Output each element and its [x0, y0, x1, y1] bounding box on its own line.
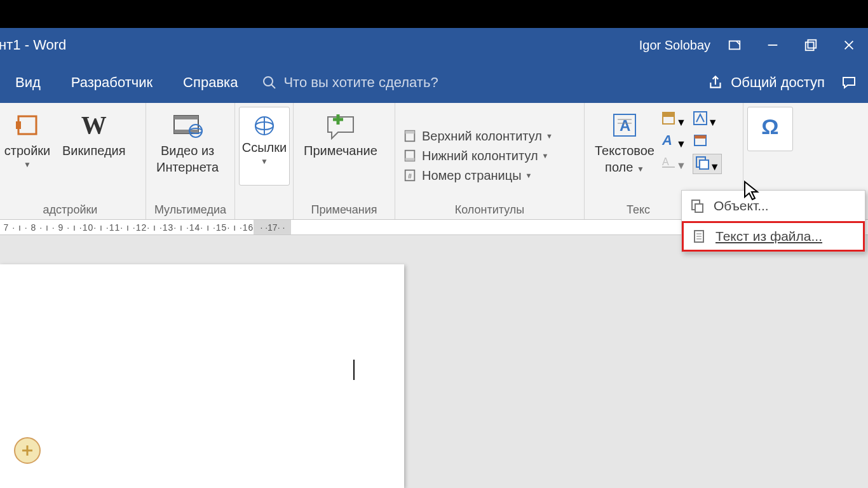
ribbon-display-options-button[interactable]	[715, 28, 754, 62]
document-page[interactable]	[0, 264, 404, 488]
chevron-down-icon: ▼	[546, 132, 553, 140]
svg-rect-41	[695, 204, 703, 212]
mouse-cursor-icon	[743, 180, 761, 202]
signature-line-button[interactable]: A▼	[661, 154, 686, 174]
svg-rect-2	[808, 40, 816, 48]
record-indicator-icon	[14, 437, 41, 464]
symbols-button[interactable]: Ω	[747, 107, 793, 151]
footer-button[interactable]: Нижний колонтитул▼	[399, 147, 553, 165]
header-button[interactable]: Верхний колонтитул▼	[399, 128, 557, 145]
svg-rect-3	[806, 42, 814, 50]
date-time-icon	[693, 132, 708, 147]
new-comment-button[interactable]: Примечание	[297, 107, 384, 159]
object-icon	[695, 155, 710, 170]
comment-icon	[840, 75, 858, 90]
share-icon	[708, 74, 724, 91]
object-icon	[689, 198, 705, 214]
svg-rect-21	[405, 131, 415, 134]
omega-icon: Ω	[761, 112, 778, 140]
quick-parts-icon	[661, 111, 676, 126]
svg-text:#: #	[408, 173, 412, 180]
title-bar: умент1 - Word Igor Solobay	[0, 28, 868, 62]
svg-rect-35	[695, 135, 706, 139]
svg-text:A: A	[661, 132, 672, 147]
new-comment-icon	[323, 111, 358, 140]
group-label-media: Мультимедиа	[150, 202, 231, 219]
tell-me-placeholder: Что вы хотите сделать?	[283, 74, 438, 91]
group-label-addins: адстройки	[0, 202, 142, 219]
comments-pane-button[interactable]	[830, 75, 868, 90]
links-button[interactable]: Ссылки ▼	[239, 107, 290, 186]
svg-rect-8	[18, 116, 36, 134]
svg-text:A: A	[662, 156, 669, 167]
group-label-headerfooter: Колонтитулы	[399, 202, 580, 219]
share-label: Общий доступ	[731, 74, 825, 91]
chevron-down-icon: ▼	[24, 160, 31, 170]
chevron-down-icon: ▼	[637, 165, 644, 173]
header-icon	[403, 129, 417, 143]
drop-cap-button[interactable]: A▼	[661, 132, 686, 150]
signature-icon: A	[661, 154, 676, 169]
group-label-comments: Примечания	[297, 202, 391, 219]
my-addins-button[interactable]: стройки ▼	[0, 107, 56, 170]
svg-rect-39	[700, 160, 709, 169]
wordart-button[interactable]: ▼	[693, 111, 718, 128]
chevron-down-icon: ▼	[526, 172, 532, 179]
video-icon	[172, 112, 203, 139]
tell-me-search[interactable]: Что вы хотите сделать?	[262, 74, 438, 91]
text-cursor	[353, 360, 355, 380]
ribbon-tabs: Вид Разработчик Справка Что вы хотите сд…	[0, 62, 868, 103]
tab-developer[interactable]: Разработчик	[56, 62, 168, 103]
tab-help[interactable]: Справка	[168, 62, 253, 103]
share-button[interactable]: Общий доступ	[708, 74, 830, 91]
globe-icon	[253, 114, 276, 137]
svg-rect-11	[174, 116, 198, 119]
wordart-icon	[693, 111, 708, 126]
drop-cap-icon: A	[661, 132, 676, 147]
menu-item-object[interactable]: Объект...	[682, 191, 865, 221]
text-file-icon	[691, 229, 707, 244]
svg-point-6	[264, 77, 273, 86]
date-time-button[interactable]	[693, 132, 708, 150]
addins-icon	[15, 112, 40, 138]
object-dropdown-menu: Объект... Текст из файла...	[681, 190, 865, 252]
wikipedia-icon: W	[81, 109, 107, 142]
footer-icon	[403, 149, 417, 163]
svg-rect-9	[16, 121, 21, 129]
top-black-bar	[0, 0, 868, 28]
chevron-down-icon: ▼	[542, 152, 549, 159]
minimize-button[interactable]	[754, 28, 792, 62]
quick-parts-button[interactable]: ▼	[661, 111, 686, 128]
svg-rect-23	[405, 158, 415, 161]
chevron-down-icon: ▼	[261, 157, 268, 167]
page-number-button[interactable]: # Номер страницы▼	[399, 167, 536, 184]
user-name[interactable]: Igor Solobay	[639, 38, 710, 53]
app-title: умент1 - Word	[0, 37, 66, 53]
tab-view[interactable]: Вид	[0, 62, 56, 103]
svg-rect-31	[663, 112, 674, 117]
wikipedia-button[interactable]: W Википедия	[56, 107, 132, 159]
menu-item-text-from-file[interactable]: Текст из файла...	[682, 221, 865, 252]
text-box-button[interactable]: A Текстовое поле ▼	[588, 107, 661, 175]
object-button[interactable]: ▼	[693, 154, 722, 174]
svg-line-7	[271, 85, 275, 88]
search-icon	[262, 75, 277, 90]
close-button[interactable]	[830, 28, 868, 62]
text-box-icon: A	[611, 112, 638, 139]
maximize-button[interactable]	[792, 28, 830, 62]
document-canvas[interactable]	[0, 235, 868, 488]
online-video-button[interactable]: Видео из Интернета	[150, 107, 225, 175]
page-number-icon: #	[403, 168, 417, 182]
